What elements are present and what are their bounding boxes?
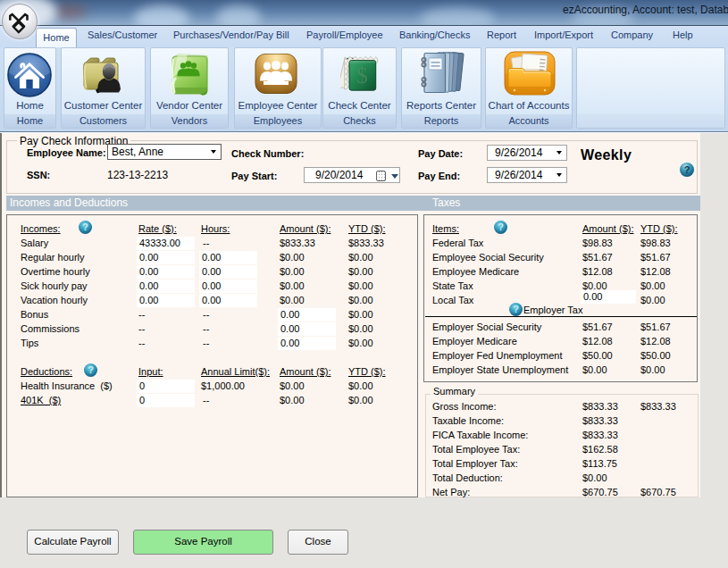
svg-text:$: $ [357, 63, 368, 88]
